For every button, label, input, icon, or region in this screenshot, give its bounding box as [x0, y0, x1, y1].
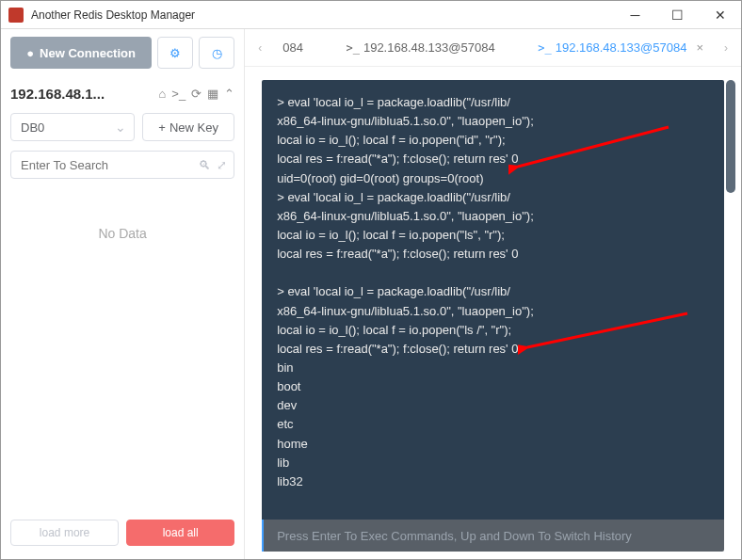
- terminal-prefix-icon: >_: [346, 41, 359, 55]
- terminal-output[interactable]: > eval 'local io_l = package.loadlib("/u…: [262, 80, 724, 520]
- command-input-wrap: [262, 520, 724, 552]
- new-connection-label: New Connection: [40, 46, 136, 60]
- expand-icon[interactable]: ⤢: [217, 158, 227, 172]
- titlebar: Another Redis Desktop Manager ─ ☐ ✕: [1, 1, 741, 29]
- connection-header: 192.168.48.1... ⌂ >_ ⟳ ▦ ⌃: [10, 86, 234, 102]
- terminal-scrollbar[interactable]: [726, 80, 735, 514]
- new-key-button[interactable]: + New Key: [142, 113, 234, 141]
- plus-circle-icon: ●: [26, 46, 34, 60]
- load-more-button[interactable]: load more: [10, 520, 119, 546]
- maximize-button[interactable]: ☐: [656, 1, 699, 29]
- no-data-label: No Data: [10, 226, 234, 241]
- refresh-icon[interactable]: ⟳: [191, 87, 202, 101]
- main: ● New Connection ⚙ ◷ 192.168.48.1... ⌂ >…: [1, 29, 741, 559]
- db-row: DB0 + New Key: [10, 113, 234, 141]
- tab-label: 084: [282, 40, 303, 55]
- command-input[interactable]: [262, 520, 724, 552]
- tab-scroll-right[interactable]: ›: [717, 41, 735, 55]
- sidebar-footer: load more load all: [10, 520, 234, 552]
- close-button[interactable]: ✕: [699, 1, 741, 29]
- load-all-button[interactable]: load all: [126, 520, 234, 546]
- close-icon[interactable]: ×: [696, 40, 703, 55]
- tab[interactable]: >_192.168.48.133@57084×: [524, 29, 717, 67]
- tabs: 084×>_192.168.48.133@57084×>_192.168.48.…: [269, 29, 717, 67]
- search-icons: 🔍︎ ⤢: [199, 151, 227, 179]
- new-connection-row: ● New Connection ⚙ ◷: [10, 37, 234, 69]
- content: ‹ 084×>_192.168.48.133@57084×>_192.168.4…: [245, 29, 741, 559]
- scrollbar-thumb[interactable]: [726, 80, 735, 193]
- new-key-label: New Key: [169, 120, 218, 135]
- settings-button[interactable]: ⚙: [157, 37, 193, 69]
- tabbar: ‹ 084×>_192.168.48.133@57084×>_192.168.4…: [245, 29, 741, 67]
- connection-title[interactable]: 192.168.48.1...: [10, 86, 105, 102]
- grid-icon[interactable]: ▦: [207, 87, 218, 101]
- tab[interactable]: >_192.168.48.133@57084×: [332, 29, 524, 67]
- search-icon[interactable]: 🔍︎: [199, 158, 211, 172]
- gear-icon: ⚙: [169, 46, 181, 60]
- db-selected-label: DB0: [21, 120, 44, 135]
- tab-label: 192.168.48.133@57084: [556, 40, 687, 55]
- window-controls: ─ ☐ ✕: [614, 1, 741, 29]
- tab-scroll-left[interactable]: ‹: [250, 41, 269, 55]
- search-row: 🔍︎ ⤢: [10, 151, 234, 179]
- home-icon[interactable]: ⌂: [158, 87, 166, 101]
- window-title: Another Redis Desktop Manager: [31, 8, 614, 22]
- terminal-prefix-icon: >_: [538, 41, 551, 55]
- sidebar: ● New Connection ⚙ ◷ 192.168.48.1... ⌂ >…: [1, 29, 245, 559]
- tab-label: 192.168.48.133@57084: [363, 40, 495, 55]
- minimize-button[interactable]: ─: [614, 1, 656, 29]
- terminal-icon[interactable]: >_: [171, 87, 186, 101]
- plus-icon: +: [158, 120, 166, 135]
- connection-tools: ⌂ >_ ⟳ ▦ ⌃: [158, 87, 234, 101]
- refresh-button[interactable]: ◷: [199, 37, 234, 69]
- new-connection-button[interactable]: ● New Connection: [10, 37, 152, 69]
- app-icon: [8, 8, 24, 23]
- db-select[interactable]: DB0: [10, 113, 135, 141]
- clock-icon: ◷: [212, 46, 222, 60]
- terminal-wrap: > eval 'local io_l = package.loadlib("/u…: [245, 67, 741, 559]
- chevron-up-icon[interactable]: ⌃: [224, 87, 234, 101]
- tab[interactable]: 084×: [269, 29, 332, 67]
